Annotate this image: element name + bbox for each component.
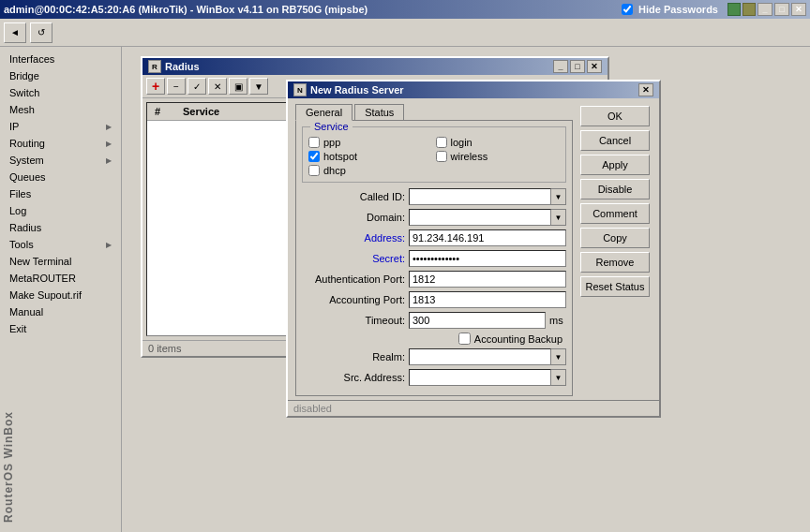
- dhcp-label: dhcp: [323, 165, 346, 176]
- dhcp-checkbox[interactable]: [308, 165, 320, 176]
- hotspot-checkbox[interactable]: [308, 151, 320, 162]
- maximize-button[interactable]: □: [774, 3, 789, 16]
- realm-input[interactable]: [409, 348, 551, 365]
- comment-button[interactable]: Comment: [580, 203, 650, 224]
- minimize-button[interactable]: _: [758, 3, 772, 16]
- domain-label: Domain:: [302, 212, 405, 223]
- auth-port-label: Authentication Port:: [302, 273, 405, 285]
- sidebar-item-system[interactable]: System ▶: [0, 152, 121, 169]
- dialog-buttons: OK Cancel Apply Disable Comment Copy Rem…: [580, 102, 655, 396]
- new-radius-controls: ✕: [638, 83, 653, 96]
- add-radius-btn[interactable]: +: [146, 78, 165, 95]
- sidebar-item-interfaces[interactable]: Interfaces: [0, 51, 121, 67]
- called-id-row: Called ID: ▼: [302, 188, 566, 205]
- sidebar-item-bridge[interactable]: Bridge: [0, 67, 121, 84]
- sidebar-brand-label: RouterOS WinBox: [2, 411, 15, 523]
- tab-status[interactable]: Status: [354, 104, 404, 120]
- acct-port-input[interactable]: [409, 291, 566, 308]
- filter-radius-btn[interactable]: ▼: [249, 78, 268, 95]
- timeout-row: Timeout: ms: [302, 312, 566, 329]
- service-group: Service ppp login: [302, 126, 566, 183]
- wireless-checkbox[interactable]: [436, 151, 447, 162]
- remove-button[interactable]: Remove: [580, 252, 650, 273]
- status-light-yellow: [742, 3, 756, 16]
- service-legend: Service: [310, 121, 352, 132]
- check-radius-btn[interactable]: ✓: [188, 78, 206, 95]
- src-address-dropdown-arrow[interactable]: ▼: [551, 369, 566, 386]
- auth-port-row: Authentication Port:: [302, 271, 566, 288]
- copy-radius-btn[interactable]: ▣: [229, 78, 248, 95]
- disable-button[interactable]: Disable: [580, 179, 650, 200]
- radius-window-title: R Radius _ □ ✕: [142, 58, 608, 75]
- back-button[interactable]: ◄: [4, 22, 26, 43]
- domain-field: ▼: [409, 209, 566, 226]
- domain-input[interactable]: [409, 209, 551, 226]
- realm-row: Realm: ▼: [302, 348, 566, 365]
- sidebar-item-radius[interactable]: Radius: [0, 219, 121, 236]
- close-button[interactable]: ✕: [791, 3, 806, 16]
- domain-dropdown-arrow[interactable]: ▼: [551, 209, 566, 226]
- login-checkbox[interactable]: [436, 137, 447, 148]
- forward-button[interactable]: ↺: [30, 22, 52, 43]
- checkbox-ppp: ppp: [308, 137, 433, 148]
- reset-status-button[interactable]: Reset Status: [580, 276, 650, 297]
- sidebar-item-tools[interactable]: Tools ▶: [0, 236, 121, 253]
- radius-minimize-btn[interactable]: _: [553, 60, 568, 73]
- sidebar-item-exit[interactable]: Exit: [0, 320, 121, 337]
- status-light-green: [728, 3, 741, 16]
- new-radius-icon: N: [293, 83, 307, 96]
- acct-port-label: Accounting Port:: [302, 294, 405, 305]
- secret-input[interactable]: [409, 250, 566, 267]
- called-id-field: ▼: [409, 188, 566, 205]
- timeout-input[interactable]: [409, 312, 546, 329]
- apply-button[interactable]: Apply: [580, 155, 650, 175]
- cross-radius-btn[interactable]: ✕: [208, 78, 227, 95]
- service-checkboxes: ppp login hotspot: [308, 137, 560, 176]
- realm-dropdown-arrow[interactable]: ▼: [551, 348, 566, 365]
- ppp-checkbox[interactable]: [308, 137, 320, 148]
- sidebar: Interfaces Bridge Switch Mesh IP ▶ Routi…: [0, 47, 122, 532]
- radius-window-controls: _ □ ✕: [553, 60, 602, 73]
- new-radius-dialog: N New Radius Server ✕ General S: [286, 80, 661, 418]
- copy-button[interactable]: Copy: [580, 228, 650, 248]
- called-id-label: Called ID:: [302, 191, 405, 202]
- sidebar-item-routing[interactable]: Routing ▶: [0, 135, 121, 152]
- remove-radius-btn[interactable]: −: [167, 78, 186, 95]
- sidebar-item-files[interactable]: Files: [0, 185, 121, 202]
- sidebar-item-ip[interactable]: IP ▶: [0, 118, 121, 135]
- new-radius-close-btn[interactable]: ✕: [638, 83, 653, 96]
- radius-restore-btn[interactable]: □: [570, 60, 585, 73]
- hide-passwords-checkbox[interactable]: [622, 4, 633, 15]
- dialog-status: disabled: [288, 400, 659, 416]
- title-bar: admin@00:0C:42:A5:20:A6 (MikroTik) - Win…: [0, 0, 810, 19]
- called-id-input[interactable]: [409, 188, 551, 205]
- radius-close-btn[interactable]: ✕: [587, 60, 602, 73]
- system-arrow: ▶: [106, 156, 112, 165]
- secret-row: Secret:: [302, 250, 566, 267]
- address-input[interactable]: [409, 229, 566, 246]
- auth-port-input[interactable]: [409, 271, 566, 288]
- secret-label: Secret:: [302, 253, 405, 264]
- sidebar-item-manual[interactable]: Manual: [0, 303, 121, 320]
- sidebar-item-metarouter[interactable]: MetaROUTER: [0, 270, 121, 287]
- sidebar-item-log[interactable]: Log: [0, 202, 121, 219]
- accounting-backup-label: Accounting Backup: [474, 333, 562, 345]
- checkbox-hotspot: hotspot: [308, 151, 433, 162]
- sidebar-item-make-supout[interactable]: Make Supout.rif: [0, 287, 121, 303]
- tab-general[interactable]: General: [295, 104, 352, 121]
- src-address-input[interactable]: [409, 369, 551, 386]
- called-id-dropdown-arrow[interactable]: ▼: [551, 188, 566, 205]
- ok-button[interactable]: OK: [580, 106, 650, 126]
- realm-label: Realm:: [302, 351, 405, 362]
- title-bar-controls: Hide Passwords _ □ ✕: [622, 3, 806, 16]
- sidebar-item-new-terminal[interactable]: New Terminal: [0, 253, 121, 270]
- accounting-backup-checkbox[interactable]: [458, 332, 471, 345]
- sidebar-item-switch[interactable]: Switch: [0, 84, 121, 101]
- ppp-label: ppp: [323, 137, 340, 148]
- sidebar-item-mesh[interactable]: Mesh: [0, 101, 121, 118]
- checkbox-login: login: [436, 137, 561, 148]
- ms-label: ms: [549, 315, 563, 326]
- sidebar-item-queues[interactable]: Queues: [0, 169, 121, 185]
- cancel-button[interactable]: Cancel: [580, 130, 650, 151]
- checkbox-dhcp: dhcp: [308, 165, 433, 176]
